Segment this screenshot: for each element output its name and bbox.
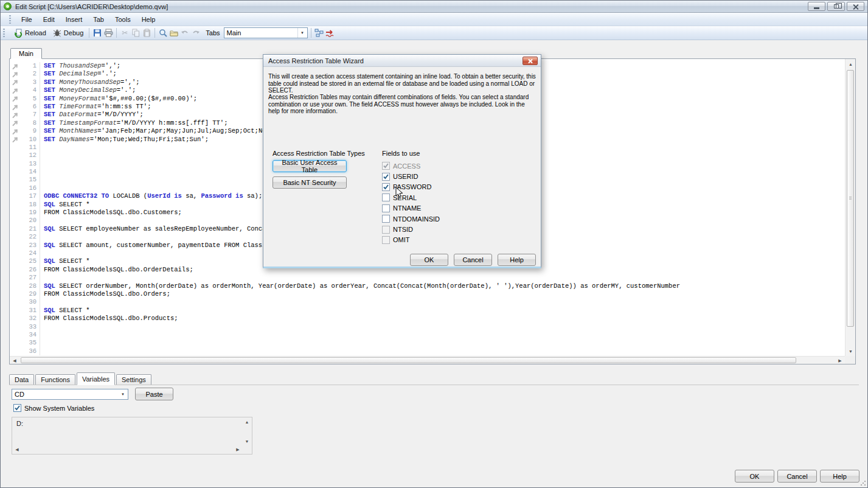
- gutter-spacer: [10, 201, 21, 209]
- show-system-variables-row[interactable]: Show System Variables: [13, 404, 94, 412]
- code-line[interactable]: 33: [10, 323, 845, 331]
- editor-horizontal-scrollbar[interactable]: ◀ ▶: [10, 356, 845, 364]
- help-button[interactable]: Help: [820, 470, 859, 483]
- tabs-combobox[interactable]: Main ▼: [224, 27, 308, 38]
- code-line[interactable]: 32FROM ClassicModelsSQL.dbo.Products;: [10, 315, 845, 322]
- table-viewer-icon[interactable]: [314, 28, 324, 38]
- line-number: 29: [21, 290, 40, 298]
- line-number: 26: [21, 266, 40, 274]
- type-button-basic-user-access-table[interactable]: Basic User Access Table: [273, 160, 347, 172]
- code-line[interactable]: 31SQL SELECT *: [10, 307, 845, 315]
- menu-item-file[interactable]: File: [16, 14, 38, 25]
- bookmark-arrow-icon: [10, 70, 21, 78]
- scroll-right-icon[interactable]: ▶: [234, 446, 242, 453]
- gutter-spacer: [10, 347, 21, 355]
- line-number: 27: [21, 274, 40, 282]
- line-text: [40, 144, 44, 152]
- close-button[interactable]: [847, 2, 864, 11]
- show-system-variables-checkbox[interactable]: [13, 404, 21, 412]
- code-line[interactable]: 27: [10, 274, 845, 282]
- field-label-password: PASSWORD: [393, 183, 431, 190]
- line-number: 17: [21, 192, 40, 200]
- code-line[interactable]: 35: [10, 339, 845, 347]
- dialog-title: Access Restriction Table Wizard: [268, 57, 364, 64]
- code-line[interactable]: 28SQL SELECT orderNumber, Month(orderDat…: [10, 282, 845, 290]
- field-checkbox-serial[interactable]: [382, 193, 390, 201]
- variables-combobox[interactable]: CD ▼: [12, 389, 128, 400]
- menu-item-help[interactable]: Help: [136, 14, 161, 25]
- line-text: FROM ClassicModelsSQL.dbo.OrderDetails;: [40, 266, 193, 274]
- line-number: 25: [21, 257, 40, 265]
- scroll-left-icon[interactable]: ◀: [13, 446, 21, 453]
- line-number: 20: [21, 217, 40, 225]
- scroll-left-icon[interactable]: ◀: [10, 357, 19, 364]
- save-icon[interactable]: [92, 28, 102, 38]
- dialog-title-bar[interactable]: Access Restriction Table Wizard: [263, 55, 541, 67]
- dropdown-arrow-icon[interactable]: ▼: [118, 389, 128, 399]
- scroll-up-icon[interactable]: ▲: [243, 418, 251, 426]
- bottom-tab-settings[interactable]: Settings: [116, 374, 151, 385]
- menu-item-tools[interactable]: Tools: [109, 14, 136, 25]
- vertical-scroll-thumb[interactable]: [847, 70, 854, 327]
- search-icon[interactable]: [158, 28, 168, 38]
- restore-button[interactable]: [827, 2, 845, 11]
- menu-item-tab[interactable]: Tab: [88, 14, 109, 25]
- dialog-cancel-button[interactable]: Cancel: [454, 254, 492, 266]
- line-number: 23: [21, 242, 40, 249]
- code-line[interactable]: 34: [10, 331, 845, 339]
- field-checkbox-ntdomainsid[interactable]: [382, 215, 390, 223]
- line-text: [40, 217, 44, 225]
- cancel-button[interactable]: Cancel: [777, 470, 817, 483]
- line-number: 4: [21, 86, 40, 94]
- menu-item-edit[interactable]: Edit: [38, 14, 60, 25]
- open-folder-icon[interactable]: [169, 28, 179, 38]
- field-checkbox-omit: [382, 236, 390, 244]
- menu-item-insert[interactable]: Insert: [60, 14, 88, 25]
- code-line[interactable]: 29FROM ClassicModelsSQL.dbo.Orders;: [10, 290, 845, 298]
- bottom-tab-data[interactable]: Data: [9, 374, 34, 385]
- line-text: FROM ClassicModelsSQL.dbo.Orders;: [40, 290, 170, 298]
- code-line[interactable]: 36: [10, 347, 845, 355]
- gutter-spacer: [10, 192, 21, 200]
- editor-vertical-scrollbar[interactable]: ▲ ▼: [845, 59, 855, 356]
- type-button-basic-nt-security[interactable]: Basic NT Security: [273, 176, 347, 189]
- scroll-up-icon[interactable]: ▲: [845, 59, 856, 69]
- line-number: 28: [21, 282, 40, 290]
- reload-button[interactable]: Reload: [11, 27, 49, 38]
- field-checkbox-ntname[interactable]: [382, 204, 390, 212]
- line-text: SET DayNames='Mon;Tue;Wed;Thu;Fri;Sat;Su…: [40, 136, 209, 144]
- minimize-button[interactable]: [808, 2, 825, 11]
- field-checkbox-password[interactable]: [382, 183, 390, 191]
- debug-button[interactable]: Debug: [50, 27, 86, 38]
- scroll-down-icon[interactable]: ▼: [243, 437, 251, 445]
- scroll-right-icon[interactable]: ▶: [835, 357, 845, 364]
- line-number: 19: [21, 209, 40, 217]
- field-label-ntsid: NTSID: [393, 226, 413, 233]
- dialog-ok-button[interactable]: OK: [410, 254, 448, 266]
- resize-grip[interactable]: [860, 480, 866, 486]
- dialog-close-button[interactable]: [523, 57, 538, 65]
- syntax-check-icon[interactable]: [325, 28, 335, 38]
- field-row-ntdomainsid: NTDOMAINSID: [382, 214, 440, 224]
- dropdown-arrow-icon[interactable]: ▼: [297, 28, 307, 38]
- variable-value-listbox[interactable]: D: ▲ ▼ ◀ ▶: [12, 417, 252, 455]
- line-text: [40, 249, 44, 257]
- bottom-tab-variables[interactable]: Variables: [77, 372, 115, 385]
- field-checkbox-userid[interactable]: [382, 173, 390, 181]
- horizontal-scroll-thumb[interactable]: [21, 357, 796, 363]
- scroll-down-icon[interactable]: ▼: [845, 346, 856, 356]
- print-icon[interactable]: [103, 28, 113, 38]
- field-checkbox-access: [382, 162, 390, 170]
- code-line[interactable]: 30: [10, 298, 845, 306]
- dialog-help-button[interactable]: Help: [498, 254, 536, 266]
- line-number: 16: [21, 184, 40, 192]
- app-icon: [4, 2, 12, 10]
- gutter-spacer: [10, 274, 21, 282]
- field-row-omit: OMIT: [382, 235, 440, 245]
- paste-button[interactable]: Paste: [135, 388, 173, 400]
- line-number: 12: [21, 152, 40, 159]
- ok-button[interactable]: OK: [735, 470, 774, 483]
- script-tab-main[interactable]: Main: [10, 48, 42, 59]
- bottom-tab-functions[interactable]: Functions: [35, 374, 75, 385]
- line-text: SET MoneyDecimalSep='.';: [40, 86, 136, 94]
